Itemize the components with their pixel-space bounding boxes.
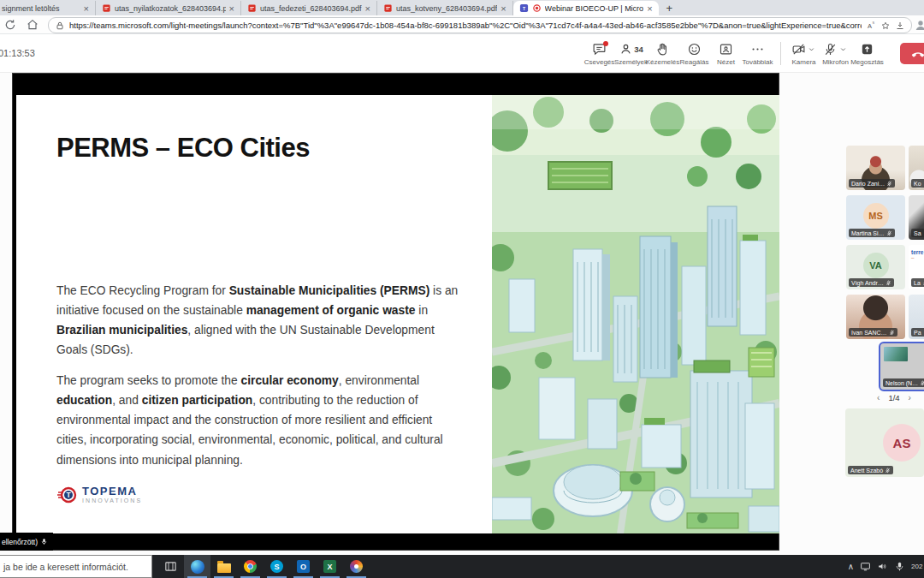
participant-name: Vígh Andr… bbox=[851, 280, 884, 286]
tab-title: utas_fedezeti_628403694.pdf bbox=[260, 4, 362, 13]
chevron-down-icon[interactable] bbox=[838, 42, 848, 57]
participant-name: Pa bbox=[914, 330, 921, 336]
taskbar-clock[interactable]: 202 bbox=[911, 563, 924, 570]
browser-tab[interactable]: utas_kotveny_628403694.pdf× bbox=[377, 1, 513, 15]
svg-text:ᴺ: ᴺ bbox=[873, 21, 874, 26]
tab-title: utas_kotveny_628403694.pdf bbox=[396, 4, 497, 13]
személyek-button[interactable]: 34Személyek bbox=[615, 42, 647, 66]
url-input[interactable]: https://teams.microsoft.com/light-meetin… bbox=[48, 17, 912, 33]
hidden-icons-chevron[interactable]: ∧ bbox=[848, 562, 854, 571]
active-speaker-tile[interactable]: Nelson (N… bbox=[879, 342, 924, 391]
new-tab-button[interactable]: + bbox=[659, 2, 681, 15]
share-icon bbox=[860, 42, 874, 57]
browser-tab[interactable]: utas_fedezeti_628403694.pdf× bbox=[241, 1, 377, 15]
participant-tile[interactable]: Dario Zani… bbox=[846, 146, 905, 190]
terre-logo: terre— bbox=[911, 250, 923, 260]
presentation-slide: PERMS – ECO Cities The ECO Recycling Pro… bbox=[16, 95, 779, 533]
participant-tile[interactable]: MSMartina Si… bbox=[846, 195, 905, 240]
továbbiak-button[interactable]: Továbbiak bbox=[742, 42, 773, 66]
url-text: https://teams.microsoft.com/light-meetin… bbox=[69, 21, 862, 30]
slide-paragraph: The ECO Recycling Program for Sustainabl… bbox=[56, 281, 459, 361]
refresh-icon[interactable] bbox=[3, 18, 17, 32]
kézemelés-button[interactable]: Kézemelés bbox=[647, 42, 678, 66]
more-icon bbox=[750, 42, 765, 57]
file-explorer-icon[interactable] bbox=[210, 555, 237, 578]
topema-logo-subtitle: INNOVATIONS bbox=[82, 497, 142, 504]
tab-title: utas_nyilatkozatok_628403694.pd bbox=[115, 4, 226, 13]
control-label: Csevegés bbox=[584, 58, 615, 66]
control-label: Megosztás bbox=[850, 58, 884, 66]
megosztás-button[interactable]: Megosztás bbox=[851, 42, 883, 66]
task-view-icon[interactable] bbox=[157, 555, 184, 578]
participant-tile[interactable]: Ivan SANC… bbox=[846, 295, 905, 339]
tab-close-icon[interactable]: × bbox=[229, 4, 234, 13]
tab-close-icon[interactable]: × bbox=[365, 4, 370, 13]
chevron-down-icon[interactable] bbox=[807, 42, 816, 57]
participants-sidebar: Dario Zani…MSMartina Si…VAVígh Andr…Ivan… bbox=[843, 73, 924, 555]
edge-icon[interactable] bbox=[184, 555, 210, 578]
taskbar-search-box[interactable]: ja be ide a keresett információt. bbox=[0, 555, 152, 578]
kamera-button[interactable]: Kamera bbox=[788, 42, 820, 66]
camera-off-icon bbox=[791, 42, 816, 57]
mic-tray-icon[interactable] bbox=[894, 561, 905, 572]
people-count: 34 bbox=[634, 45, 643, 54]
browser-tab[interactable]: TWebinar BIOECO-UP | Micro× bbox=[513, 1, 659, 15]
participant-tile[interactable]: Pa bbox=[909, 295, 924, 339]
paint-icon[interactable] bbox=[343, 555, 370, 578]
browser-tab[interactable]: utas_nyilatkozatok_628403694.pd× bbox=[96, 1, 241, 15]
taskbar-apps: SOX bbox=[157, 555, 370, 578]
read-aloud-icon[interactable]: Aᴺ bbox=[866, 21, 876, 31]
people-icon: 34 bbox=[619, 42, 643, 57]
tab-close-icon[interactable]: × bbox=[500, 4, 506, 13]
tab-title: Webinar BIOECO-UP | Micro bbox=[545, 4, 644, 13]
network-icon[interactable] bbox=[860, 561, 871, 572]
meeting-controls: Csevegés34SzemélyekKézemelésReagálásNéze… bbox=[583, 34, 883, 73]
smiley-icon bbox=[687, 42, 702, 57]
browser-tab-bar: signment letöltés×utas_nyilatkozatok_628… bbox=[0, 0, 924, 15]
tab-close-icon[interactable]: × bbox=[647, 4, 652, 13]
home-icon[interactable] bbox=[26, 18, 39, 32]
avatar-initials: MS bbox=[863, 203, 889, 229]
chrome-icon[interactable] bbox=[237, 555, 264, 578]
favorite-star-icon[interactable] bbox=[880, 21, 891, 31]
participant-tile[interactable]: Ko bbox=[909, 146, 924, 190]
participant-name: Nelson (N… bbox=[886, 380, 918, 386]
page-prev-icon[interactable]: ‹ bbox=[877, 393, 880, 402]
downloads-icon[interactable] bbox=[895, 21, 905, 31]
volume-icon[interactable] bbox=[877, 561, 888, 572]
view-icon bbox=[719, 42, 733, 57]
tab-close-icon[interactable]: × bbox=[84, 4, 89, 13]
outlook-icon[interactable]: O bbox=[290, 555, 317, 578]
page-next-icon[interactable]: › bbox=[909, 393, 911, 402]
browser-profile-icon[interactable] bbox=[914, 18, 924, 32]
pdf-icon bbox=[102, 3, 111, 13]
control-label: Mikrofon bbox=[822, 58, 849, 66]
pinned-participant-tile[interactable]: AS Anett Szabó bbox=[845, 408, 924, 477]
participant-name: La bbox=[914, 280, 921, 286]
participant-tile[interactable]: terre—La bbox=[909, 245, 924, 289]
control-label: Továbbiak bbox=[742, 58, 773, 66]
lock-icon bbox=[55, 21, 65, 31]
reagálás-button[interactable]: Reagálás bbox=[678, 42, 710, 66]
mic-off-icon bbox=[885, 468, 891, 474]
nézet-button[interactable]: Nézet bbox=[710, 42, 742, 66]
participant-tile[interactable]: VAVígh Andr… bbox=[846, 245, 905, 289]
participant-name-badge: Nelson (N… bbox=[883, 378, 924, 387]
participant-tile[interactable]: Sa bbox=[909, 195, 924, 240]
topema-logo-name: TOPEMA bbox=[82, 486, 142, 497]
mikrofon-button[interactable]: Mikrofon bbox=[820, 42, 851, 66]
screen: signment letöltés×utas_nyilatkozatok_628… bbox=[0, 0, 924, 578]
avatar-initials: VA bbox=[863, 253, 889, 278]
participant-name-badge: Dario Zani… bbox=[849, 179, 895, 188]
control-label: Reagálás bbox=[680, 58, 709, 66]
leave-call-button[interactable] bbox=[900, 43, 924, 64]
csevegés-button[interactable]: Csevegés bbox=[583, 42, 615, 66]
skype-icon[interactable]: S bbox=[264, 555, 290, 578]
participant-name: Ivan SANC… bbox=[851, 330, 887, 336]
browser-tab[interactable]: signment letöltés× bbox=[0, 1, 96, 15]
notification-dot bbox=[603, 41, 608, 46]
excel-icon[interactable]: X bbox=[317, 555, 343, 578]
participant-name-badge: Anett Szabó bbox=[848, 466, 893, 474]
slide-paragraph: The program seeks to promote the circula… bbox=[56, 371, 459, 470]
participant-name-badge: Sa bbox=[911, 229, 924, 237]
